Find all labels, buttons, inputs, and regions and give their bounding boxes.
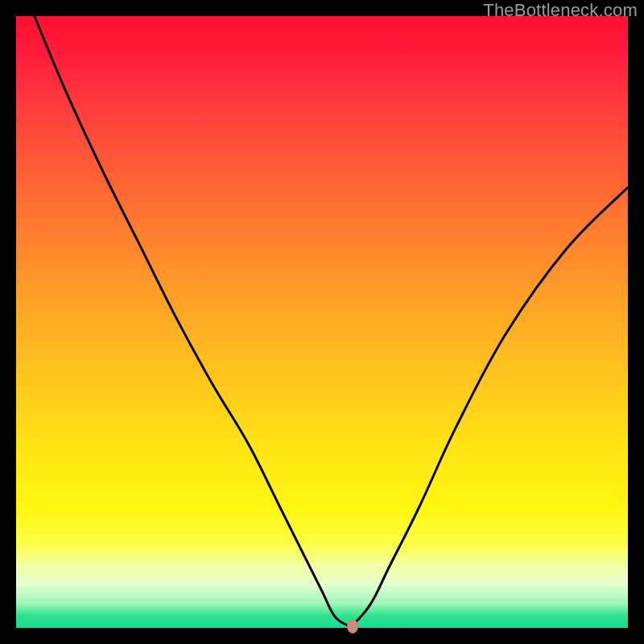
plot-area xyxy=(16,16,628,628)
chart-frame: TheBottleneck.com xyxy=(0,0,644,644)
watermark-text: TheBottleneck.com xyxy=(483,0,638,21)
optimal-point-marker xyxy=(347,619,358,634)
bottleneck-curve-path xyxy=(35,16,628,627)
curve-svg xyxy=(16,16,628,628)
